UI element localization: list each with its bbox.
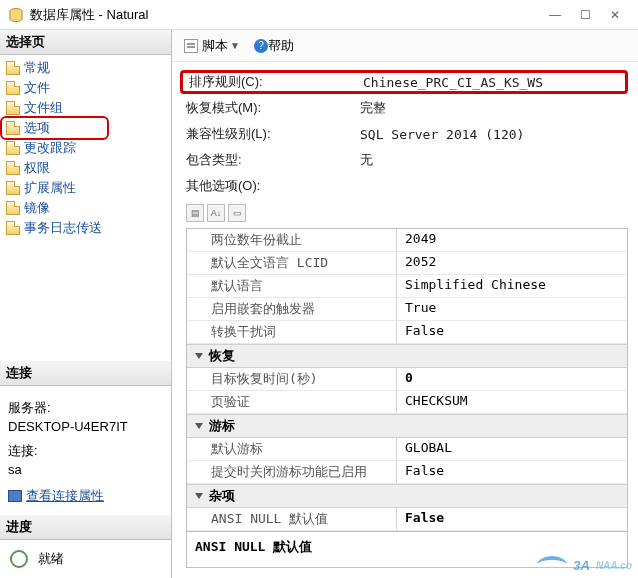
collation-row: 排序规则(C): Chinese_PRC_CI_AS_KS_WS (180, 70, 628, 94)
property-value: False (397, 461, 627, 483)
page-icon (6, 61, 20, 75)
property-value: False (397, 321, 627, 343)
sidebar-item-7[interactable]: 镜像 (2, 198, 169, 218)
compat-label: 兼容性级别(L): (186, 125, 356, 143)
sidebar-item-label: 选项 (24, 119, 50, 137)
property-name: ANSI NULL 默认值 (187, 508, 397, 530)
containment-value[interactable]: 无 (356, 151, 628, 169)
property-value: True (397, 298, 627, 320)
compat-row: 兼容性级别(L): SQL Server 2014 (120) (186, 122, 628, 146)
property-row[interactable]: 两位数年份截止2049 (187, 229, 627, 252)
sidebar-item-label: 扩展属性 (24, 179, 76, 197)
categorized-button[interactable]: ▤ (186, 204, 204, 222)
left-column: 选择页 常规文件文件组选项更改跟踪权限扩展属性镜像事务日志传送 连接 服务器: … (0, 30, 172, 578)
progress-header: 进度 (0, 515, 171, 540)
connection-header: 连接 (0, 361, 171, 386)
group-header-1[interactable]: 恢复 (187, 344, 627, 368)
progress-body: 就绪 (0, 540, 171, 578)
sidebar-item-label: 权限 (24, 159, 50, 177)
collation-value[interactable]: Chinese_PRC_CI_AS_KS_WS (359, 75, 619, 90)
property-name: 目标恢复时间(秒) (187, 368, 397, 390)
page-nav-list: 常规文件文件组选项更改跟踪权限扩展属性镜像事务日志传送 (0, 55, 171, 241)
connection-body: 服务器: DESKTOP-U4ER7IT 连接: sa 查看连接属性 (0, 386, 171, 515)
content-area: 排序规则(C): Chinese_PRC_CI_AS_KS_WS 恢复模式(M)… (172, 62, 638, 568)
sidebar-item-label: 事务日志传送 (24, 219, 102, 237)
property-toolbar: ▤ A↓ ▭ (186, 200, 628, 228)
monitor-icon (8, 490, 22, 502)
sidebar-item-3[interactable]: 选项 (2, 118, 169, 138)
property-value: Simplified Chinese (397, 275, 627, 297)
group-header-2[interactable]: 游标 (187, 414, 627, 438)
server-value: DESKTOP-U4ER7IT (8, 417, 163, 437)
window-title: 数据库属性 - Natural (30, 6, 540, 24)
script-icon (184, 39, 198, 53)
property-row[interactable]: 默认全文语言 LCID2052 (187, 252, 627, 275)
property-row[interactable]: ANSI NULL 默认值False (187, 508, 627, 531)
alphabetical-button[interactable]: A↓ (207, 204, 225, 222)
property-row[interactable]: 默认游标GLOBAL (187, 438, 627, 461)
view-connection-props-link[interactable]: 查看连接属性 (8, 486, 104, 506)
collapse-icon (195, 493, 203, 499)
page-icon (6, 101, 20, 115)
property-name: 提交时关闭游标功能已启用 (187, 461, 397, 483)
sidebar-item-5[interactable]: 权限 (2, 158, 169, 178)
sidebar-item-label: 镜像 (24, 199, 50, 217)
script-button[interactable]: 脚本 ▼ (180, 35, 244, 57)
containment-label: 包含类型: (186, 151, 356, 169)
page-icon (6, 81, 20, 95)
property-row[interactable]: 启用嵌套的触发器True (187, 298, 627, 321)
toolbar: 脚本 ▼ ? 帮助 (172, 30, 638, 62)
page-icon (6, 201, 20, 215)
property-description: ANSI NULL 默认值 (186, 532, 628, 568)
recovery-value[interactable]: 完整 (356, 99, 628, 117)
server-label: 服务器: (8, 398, 163, 418)
property-value: False (397, 508, 627, 530)
sidebar-item-0[interactable]: 常规 (2, 58, 169, 78)
help-button[interactable]: ? 帮助 (250, 35, 298, 57)
conn-label: 连接: (8, 441, 163, 461)
compat-value[interactable]: SQL Server 2014 (120) (356, 127, 628, 142)
collation-label: 排序规则(C): (189, 73, 359, 91)
property-row[interactable]: 目标恢复时间(秒)0 (187, 368, 627, 391)
sidebar-item-label: 更改跟踪 (24, 139, 76, 157)
titlebar: 数据库属性 - Natural — ☐ ✕ (0, 0, 638, 30)
sidebar-item-8[interactable]: 事务日志传送 (2, 218, 169, 238)
sidebar-item-label: 文件组 (24, 99, 63, 117)
conn-value: sa (8, 460, 163, 480)
sidebar-item-label: 文件 (24, 79, 50, 97)
chevron-down-icon: ▼ (230, 40, 240, 51)
property-name: 两位数年份截止 (187, 229, 397, 251)
property-name: 默认全文语言 LCID (187, 252, 397, 274)
property-value: 2052 (397, 252, 627, 274)
sidebar-item-2[interactable]: 文件组 (2, 98, 169, 118)
property-row[interactable]: 提交时关闭游标功能已启用False (187, 461, 627, 484)
progress-status: 就绪 (38, 550, 64, 568)
sidebar-item-1[interactable]: 文件 (2, 78, 169, 98)
other-options-row: 其他选项(O): (186, 174, 628, 198)
property-name: 页验证 (187, 391, 397, 413)
property-row[interactable]: 转换干扰词False (187, 321, 627, 344)
maximize-button[interactable]: ☐ (570, 8, 600, 22)
property-row[interactable]: 页验证CHECKSUM (187, 391, 627, 414)
property-grid: 两位数年份截止2049默认全文语言 LCID2052默认语言Simplified… (186, 228, 628, 532)
page-icon (6, 141, 20, 155)
containment-row: 包含类型: 无 (186, 148, 628, 172)
minimize-button[interactable]: — (540, 8, 570, 22)
sidebar-item-6[interactable]: 扩展属性 (2, 178, 169, 198)
property-value: GLOBAL (397, 438, 627, 460)
group-header-3[interactable]: 杂项 (187, 484, 627, 508)
database-icon (8, 7, 24, 23)
progress-circle-icon (10, 550, 28, 568)
properties-button[interactable]: ▭ (228, 204, 246, 222)
property-value: 2049 (397, 229, 627, 251)
property-name: 转换干扰词 (187, 321, 397, 343)
property-name: 启用嵌套的触发器 (187, 298, 397, 320)
close-button[interactable]: ✕ (600, 8, 630, 22)
right-column: 脚本 ▼ ? 帮助 排序规则(C): Chinese_PRC_CI_AS_KS_… (172, 30, 638, 578)
property-value: 0 (397, 368, 627, 390)
property-name: 默认语言 (187, 275, 397, 297)
property-row[interactable]: 默认语言Simplified Chinese (187, 275, 627, 298)
sidebar-item-4[interactable]: 更改跟踪 (2, 138, 169, 158)
collapse-icon (195, 423, 203, 429)
help-icon: ? (254, 39, 268, 53)
